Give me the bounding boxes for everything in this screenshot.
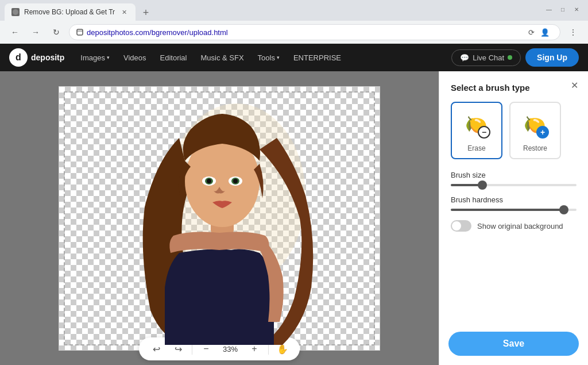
- divider: [192, 343, 192, 355]
- active-tab[interactable]: Remove BG: Upload & Get Tr ✕: [5, 3, 136, 21]
- editor-container[interactable]: [59, 86, 380, 351]
- nav-items: Images ▾ Videos Editorial Music & SFX To…: [74, 44, 451, 71]
- svg-point-11: [233, 179, 238, 183]
- brush-types: 🍋 − Erase 🍋 + Restore: [451, 102, 577, 159]
- live-indicator: [508, 55, 512, 60]
- show-original-label: Show original background: [477, 222, 563, 230]
- tab-favicon: [11, 8, 20, 16]
- svg-point-0: [13, 9, 18, 15]
- address-bar-row: ← → ↻ depositphotos.com/bgremover/upload…: [0, 21, 588, 44]
- subject-image: [59, 87, 380, 350]
- brush-size-thumb[interactable]: [478, 180, 487, 190]
- nav-item-enterprise[interactable]: ENTERPRISE: [287, 44, 348, 71]
- logo[interactable]: d depositp: [9, 48, 64, 67]
- logo-icon: d: [9, 48, 28, 67]
- svg-rect-1: [77, 29, 83, 35]
- back-button[interactable]: ←: [7, 24, 23, 40]
- brush-size-slider[interactable]: [451, 184, 577, 186]
- panel-title: Select a brush type: [451, 83, 577, 93]
- new-tab-button[interactable]: +: [138, 5, 154, 21]
- tab-close-button[interactable]: ✕: [119, 7, 129, 17]
- restore-overlay: +: [536, 126, 549, 139]
- save-button[interactable]: Save: [448, 332, 579, 356]
- brush-hardness-thumb[interactable]: [559, 205, 568, 214]
- brush-popup: ✕ Select a brush type 🍋 − Erase 🍋 + Re: [439, 71, 588, 332]
- address-input[interactable]: depositphotos.com/bgremover/upload.html …: [69, 24, 560, 40]
- erase-brush-icon: 🍋 −: [461, 109, 493, 141]
- main-content: ↩ ↪ − 33% + ✋ ✕ Select a brush type 🍋 − …: [0, 71, 588, 365]
- show-original-row: Show original background: [451, 220, 577, 232]
- brush-hardness-label: Brush hardness: [451, 195, 577, 204]
- logo-text: depositp: [31, 53, 64, 62]
- nav-item-videos[interactable]: Videos: [117, 44, 153, 71]
- chevron-down-icon: ▾: [107, 55, 110, 60]
- brush-size-section: Brush size: [451, 171, 577, 186]
- more-options-button[interactable]: ⋮: [565, 24, 581, 40]
- brush-hardness-section: Brush hardness: [451, 195, 577, 211]
- profile-icon[interactable]: 👤: [539, 26, 551, 38]
- refresh-button[interactable]: ↻: [48, 24, 64, 40]
- svg-point-8: [207, 179, 211, 183]
- restore-brush-option[interactable]: 🍋 + Restore: [509, 102, 561, 159]
- erase-overlay: −: [478, 126, 490, 139]
- maximize-button[interactable]: □: [558, 5, 567, 14]
- right-panel: ✕ Select a brush type 🍋 − Erase 🍋 + Re: [439, 71, 588, 365]
- nav-item-music[interactable]: Music & SFX: [194, 44, 250, 71]
- chevron-down-icon: ▾: [277, 55, 280, 60]
- zoom-level: 33%: [220, 345, 241, 354]
- live-chat-button[interactable]: 💬 Live Chat: [451, 49, 521, 66]
- url-text: depositphotos.com/bgremover/upload.html: [87, 28, 228, 37]
- nav-item-images[interactable]: Images ▾: [74, 44, 117, 71]
- tab-title: Remove BG: Upload & Get Tr: [24, 8, 115, 16]
- erase-brush-option[interactable]: 🍋 − Erase: [451, 102, 502, 159]
- toggle-knob: [452, 221, 461, 230]
- brush-hardness-slider[interactable]: [451, 209, 577, 211]
- translate-icon[interactable]: ⟳: [525, 26, 537, 38]
- restore-brush-icon: 🍋 +: [519, 109, 551, 141]
- panel-close-button[interactable]: ✕: [567, 78, 581, 92]
- brush-size-label: Brush size: [451, 171, 577, 179]
- forward-button[interactable]: →: [28, 24, 44, 40]
- nav-item-tools[interactable]: Tools ▾: [251, 44, 287, 71]
- erase-label: Erase: [467, 144, 485, 152]
- tab-bar: Remove BG: Upload & Get Tr ✕ + — □ ✕: [0, 0, 588, 21]
- site-navbar: d depositp Images ▾ Videos Editorial Mus…: [0, 44, 588, 71]
- canvas-area: ↩ ↪ − 33% + ✋: [0, 71, 439, 365]
- chat-icon: 💬: [460, 53, 469, 62]
- restore-label: Restore: [523, 144, 547, 152]
- nav-item-editorial[interactable]: Editorial: [153, 44, 194, 71]
- show-original-toggle[interactable]: [451, 220, 471, 232]
- divider-2: [268, 343, 269, 355]
- nav-right: 💬 Live Chat Sign Up: [451, 48, 579, 67]
- close-button[interactable]: ✕: [572, 5, 581, 14]
- sign-up-button[interactable]: Sign Up: [525, 48, 579, 67]
- brush-hardness-fill: [451, 209, 564, 211]
- minimize-button[interactable]: —: [544, 5, 554, 14]
